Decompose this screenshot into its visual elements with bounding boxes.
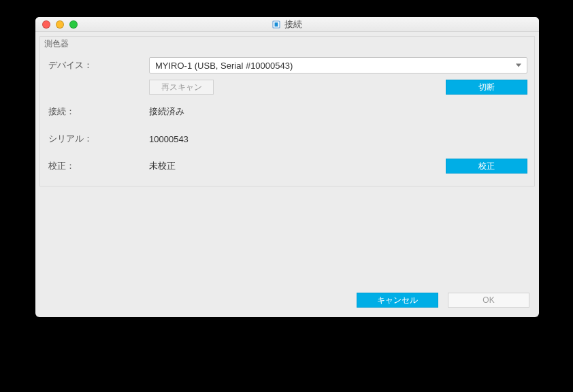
content-area: 測色器 デバイス： MYIRO-1 (USB, Serial #10000543… bbox=[35, 32, 539, 317]
connection-row: 接続： 接続済み bbox=[40, 101, 534, 122]
rescan-button[interactable]: 再スキャン bbox=[149, 80, 214, 95]
close-icon[interactable] bbox=[42, 20, 50, 29]
dialog-window: 接続 測色器 デバイス： MYIRO-1 (USB, Serial #10000… bbox=[35, 17, 539, 317]
serial-row: シリアル： 10000543 bbox=[40, 129, 534, 149]
disconnect-button-label: 切断 bbox=[478, 82, 495, 93]
colorimeter-group: 測色器 デバイス： MYIRO-1 (USB, Serial #10000543… bbox=[39, 36, 535, 186]
app-icon bbox=[272, 20, 280, 29]
dialog-footer: キャンセル OK bbox=[35, 284, 539, 317]
window-controls bbox=[42, 20, 78, 29]
disconnect-button[interactable]: 切断 bbox=[446, 80, 527, 95]
titlebar: 接続 bbox=[35, 17, 539, 32]
window-title-wrap: 接続 bbox=[272, 18, 302, 31]
calibration-row: 校正： 未校正 校正 bbox=[40, 156, 534, 176]
cancel-button[interactable]: キャンセル bbox=[357, 293, 438, 308]
calibration-label: 校正： bbox=[47, 160, 149, 172]
device-label: デバイス： bbox=[47, 59, 149, 71]
zoom-icon[interactable] bbox=[69, 20, 78, 29]
device-select[interactable]: MYIRO-1 (USB, Serial #10000543) bbox=[149, 57, 527, 74]
scan-row: 再スキャン 切断 bbox=[40, 80, 534, 95]
rescan-button-label: 再スキャン bbox=[161, 82, 202, 93]
calibrate-button-label: 校正 bbox=[478, 161, 495, 172]
minimize-icon[interactable] bbox=[56, 20, 64, 29]
calibrate-button[interactable]: 校正 bbox=[446, 159, 527, 174]
group-title: 測色器 bbox=[40, 37, 534, 50]
serial-label: シリアル： bbox=[47, 133, 149, 145]
chevron-down-icon bbox=[516, 64, 521, 67]
connection-label: 接続： bbox=[47, 105, 149, 118]
device-select-value: MYIRO-1 (USB, Serial #10000543) bbox=[155, 61, 293, 71]
calibration-value: 未校正 bbox=[149, 160, 176, 172]
ok-button[interactable]: OK bbox=[448, 293, 529, 308]
serial-value: 10000543 bbox=[149, 134, 189, 144]
svg-rect-1 bbox=[275, 22, 278, 27]
device-row: デバイス： MYIRO-1 (USB, Serial #10000543) bbox=[40, 55, 534, 76]
connection-value: 接続済み bbox=[149, 105, 184, 118]
window-title: 接続 bbox=[284, 18, 302, 31]
ok-button-label: OK bbox=[482, 295, 494, 305]
cancel-button-label: キャンセル bbox=[377, 295, 418, 306]
